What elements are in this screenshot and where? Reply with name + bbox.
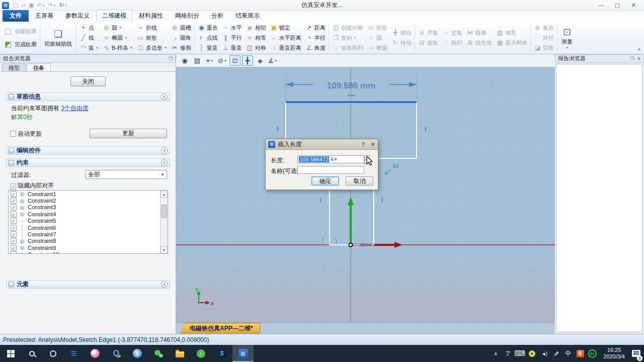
- print-view-button[interactable]: ▤: [192, 55, 203, 66]
- sogou-browser-button[interactable]: S: [127, 345, 148, 362]
- refresh-button[interactable]: ↻▼: [58, 1, 68, 10]
- zoom-region-button[interactable]: ⊡: [229, 55, 240, 66]
- constraint-row[interactable]: ✓◎Constraint2: [9, 197, 168, 204]
- section-elements[interactable]: 元素 ∧: [6, 280, 170, 289]
- angle-button[interactable]: ∠角度: [303, 43, 328, 53]
- tab-二维建模[interactable]: 二维建模: [96, 10, 132, 22]
- equal-button[interactable]: =相等: [244, 33, 268, 43]
- ellipse-button[interactable]: ○椭圆▼: [101, 33, 135, 43]
- polyline-button[interactable]: ⌁折线: [135, 23, 169, 33]
- constraint-checkbox[interactable]: ✓: [11, 225, 17, 231]
- constraint-row[interactable]: ✓◎Constraint8: [9, 238, 168, 244]
- constraint-list-scrollbar[interactable]: ▲ ▼: [160, 191, 168, 253]
- polygon-button[interactable]: ⬡多边形▼: [135, 43, 169, 53]
- rectangle-button[interactable]: ▭矩形: [135, 33, 169, 43]
- sogou-tray-button[interactable]: S: [574, 345, 586, 362]
- point-button[interactable]: +点: [77, 23, 101, 33]
- coord-system-button[interactable]: ∡▼: [267, 55, 278, 66]
- parallel-button[interactable]: ∥平行: [220, 33, 244, 43]
- dialog-title-bar[interactable]: ≣ 插入长度 ? ✕: [266, 139, 378, 150]
- file-explorer-button[interactable]: [169, 345, 190, 362]
- axes-display-button[interactable]: ⌖▼: [204, 55, 215, 66]
- hide-internal-align-checkbox[interactable]: ✓: [10, 184, 16, 190]
- constraint-row[interactable]: ✓│Constraint6: [9, 224, 168, 231]
- save-file-button[interactable]: ▣: [28, 1, 35, 10]
- measure-button[interactable]: ⊡测量▼: [558, 22, 576, 53]
- update-button[interactable]: 更新: [90, 129, 167, 138]
- s-browser-button[interactable]: S: [211, 345, 232, 362]
- distance-button[interactable]: ↗距离: [303, 23, 328, 33]
- auto-update-checkbox[interactable]: [10, 131, 16, 137]
- constraint-checkbox[interactable]: ✓: [11, 238, 17, 244]
- start-button[interactable]: [0, 345, 21, 362]
- circle-button[interactable]: ⊙圆▼: [101, 23, 135, 33]
- collapse-chevron-icon[interactable]: ∧: [161, 281, 168, 288]
- tangent-button[interactable]: ⌀相切: [244, 23, 268, 33]
- perpendicular-button[interactable]: ⊥垂直: [220, 43, 244, 53]
- constraint-row[interactable]: ✓◎Constraint3: [9, 204, 168, 211]
- undo-button[interactable]: ↶▼: [36, 1, 46, 10]
- constraint-row[interactable]: ✓◎Constraint9: [9, 244, 168, 251]
- dimension-value[interactable]: 109.586 mm: [327, 81, 375, 90]
- constraint-checkbox[interactable]: ✓: [11, 204, 17, 210]
- pan-view-button[interactable]: ╋: [242, 55, 253, 66]
- ime-button[interactable]: 中: [562, 345, 574, 362]
- symmetric-button[interactable]: ◫对称: [244, 43, 268, 53]
- pink-app-button[interactable]: [85, 345, 106, 362]
- close-button[interactable]: ✕: [629, 2, 638, 9]
- volume-button[interactable]: ◄): [538, 345, 550, 362]
- slot-button[interactable]: ⊖圆槽: [169, 23, 193, 33]
- pen-button[interactable]: ✎: [550, 345, 562, 362]
- vertical-button[interactable]: │竖直: [196, 43, 220, 53]
- browser-tab-模型[interactable]: 模型: [2, 63, 26, 71]
- dof-link[interactable]: 3个自由度: [61, 105, 89, 112]
- sketch-viewport[interactable]: 109.586 mm I I I I 14: [176, 67, 555, 334]
- tab-参数定义[interactable]: 参数定义: [60, 10, 95, 22]
- tab-网格剖分[interactable]: 网格剖分: [170, 10, 205, 22]
- section-edit-controls[interactable]: 编辑控件 ∧: [6, 146, 170, 155]
- new-file-button[interactable]: ▢: [12, 1, 19, 10]
- tab-结果展示[interactable]: 结果展示: [230, 10, 265, 22]
- toggle-construction-button[interactable]: ❏切换辅助线: [41, 22, 75, 53]
- stack-app-button[interactable]: ≡: [63, 345, 85, 362]
- horizontal-distance-button[interactable]: ↔水平距离: [268, 33, 303, 43]
- wechat-button[interactable]: [148, 345, 169, 362]
- constraint-checkbox[interactable]: ✓: [11, 231, 17, 237]
- close-sketch-button[interactable]: 关闭: [70, 76, 106, 86]
- ribbon-collapse-icon[interactable]: ∧: [637, 47, 641, 52]
- line-button[interactable]: ╱线: [77, 33, 101, 43]
- wifi-button[interactable]: •: [502, 345, 514, 362]
- horizontal-button[interactable]: ─水平: [220, 23, 244, 33]
- constraint-checkbox[interactable]: ✓: [11, 218, 17, 224]
- scroll-up-icon[interactable]: ▲: [160, 191, 168, 198]
- section-constraints[interactable]: 约束 ∧: [6, 158, 170, 167]
- restore-button[interactable]: ▢: [613, 2, 622, 9]
- constraint-checkbox[interactable]: ✓: [11, 251, 17, 254]
- capture-view-button[interactable]: ◉: [179, 55, 190, 66]
- coincident-button[interactable]: ◉重合: [196, 23, 220, 33]
- tab-分析[interactable]: 分析: [206, 10, 229, 22]
- keyboard-button[interactable]: ⌨: [514, 345, 526, 362]
- ok-button[interactable]: 确定: [311, 176, 339, 186]
- redo-button[interactable]: ↷▼: [47, 1, 57, 10]
- constraint-checkbox[interactable]: ✓: [11, 198, 17, 204]
- minimize-button[interactable]: —: [597, 2, 606, 9]
- arc-button[interactable]: ◠弧▼: [77, 43, 101, 53]
- b-spline-button[interactable]: ∿B-样条▼: [101, 43, 135, 53]
- constraint-checkbox[interactable]: ✓: [11, 211, 17, 217]
- collapse-chevron-icon[interactable]: ∧: [161, 159, 168, 166]
- trim-button[interactable]: ✂修剪: [169, 43, 193, 53]
- finish-profile-button[interactable]: ◩完成轮廓: [1, 38, 39, 51]
- tray-expand-button[interactable]: ∧: [490, 345, 502, 362]
- open-file-button[interactable]: ▱: [20, 1, 26, 10]
- qq-app-button[interactable]: Q: [106, 345, 127, 362]
- clip-plane-button[interactable]: ⊘▼: [217, 55, 228, 66]
- point-on-line-button[interactable]: ⊦点线: [196, 33, 220, 43]
- constraint-row[interactable]: ✓─Constraint5: [9, 218, 168, 224]
- vertical-distance-button[interactable]: ↕垂直距离: [268, 43, 303, 53]
- filter-dropdown[interactable]: 全部 ▼: [86, 170, 167, 179]
- sheet-tab[interactable]: 电磁铁仿真APP—二维*: [180, 323, 260, 333]
- taskbar-clock[interactable]: 16:25 2020/3/4: [599, 347, 629, 360]
- dialog-help-icon[interactable]: ?: [362, 141, 365, 148]
- antivirus-tray-button[interactable]: 21: [586, 345, 598, 362]
